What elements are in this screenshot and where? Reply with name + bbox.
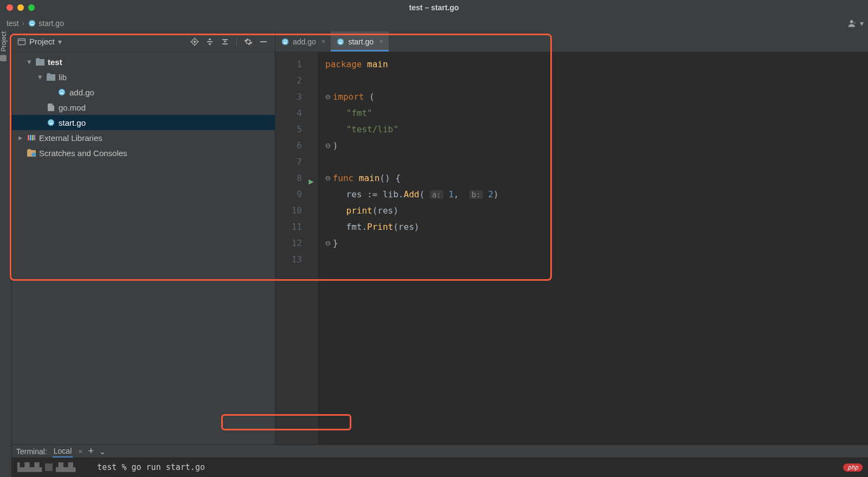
chevron-down-icon: ▾ [27, 57, 33, 67]
fold-end-icon[interactable]: ⊖ [325, 238, 331, 248]
main-area: Project ▾ ▾ test ▾ lib [12, 31, 868, 444]
tree-node-test[interactable]: ▾ test [12, 54, 275, 69]
gutter: 1 2 3 4 5 6 7 8 ▶ 9 10 11 12 13 [275, 52, 318, 444]
svg-rect-18 [260, 41, 267, 42]
project-panel-title: Project [29, 37, 55, 46]
breadcrumb-root[interactable]: test [7, 19, 19, 28]
svg-rect-29 [32, 135, 34, 140]
close-icon[interactable]: × [78, 447, 82, 456]
svg-rect-17 [222, 43, 228, 44]
svg-rect-1 [30, 24, 34, 25]
expand-all-icon[interactable] [204, 36, 216, 48]
svg-point-38 [339, 40, 340, 41]
code-area[interactable]: 1 2 3 4 5 6 7 8 ▶ 9 10 11 12 13 package … [275, 52, 868, 444]
tree-node-gomod[interactable]: go.mod [12, 100, 275, 115]
window-controls [7, 4, 35, 11]
svg-rect-16 [222, 39, 228, 40]
chevron-down-icon[interactable]: ▾ [58, 37, 62, 46]
tree-node-start-go[interactable]: start.go [12, 115, 275, 130]
window-title: test – start.go [409, 3, 459, 12]
breadcrumb-file[interactable]: start.go [28, 19, 64, 28]
svg-point-35 [286, 40, 287, 41]
svg-rect-24 [49, 123, 53, 124]
svg-point-2 [30, 22, 31, 23]
svg-point-39 [341, 40, 342, 41]
svg-point-31 [32, 153, 36, 157]
hide-icon[interactable] [258, 36, 269, 48]
svg-point-23 [48, 119, 54, 126]
tool-window-strip-left[interactable]: Project [0, 31, 12, 477]
editor-tabs: add.go × start.go × [275, 31, 868, 52]
locate-icon[interactable] [189, 36, 201, 48]
svg-point-10 [194, 41, 196, 42]
project-tree[interactable]: ▾ test ▾ lib add.go go.mod [12, 52, 275, 163]
code-text[interactable]: package main ⊖import ( "fmt" "test/lib" … [318, 52, 868, 444]
close-icon[interactable]: × [322, 37, 326, 46]
svg-rect-37 [339, 42, 342, 43]
tab-add-go[interactable]: add.go × [275, 31, 331, 51]
go-file-icon [57, 88, 66, 96]
chevron-down-icon[interactable]: ⌄ [99, 447, 106, 456]
titlebar: test – start.go [0, 0, 868, 15]
zoom-window-icon[interactable] [28, 4, 35, 11]
divider [236, 37, 237, 47]
svg-point-26 [52, 121, 53, 122]
svg-rect-6 [0, 55, 7, 61]
terminal-tab-local[interactable]: Local [53, 446, 73, 457]
scratches-icon [27, 149, 36, 157]
chevron-down-icon[interactable]: ▾ [860, 19, 864, 28]
svg-point-3 [33, 22, 34, 23]
folder-icon [47, 73, 55, 81]
fold-end-icon[interactable]: ⊖ [325, 140, 331, 151]
redacted: ▟▙▟▙ [56, 462, 75, 472]
folder-icon [36, 57, 44, 66]
svg-rect-7 [18, 38, 25, 44]
svg-text:+: + [854, 21, 857, 25]
tree-node-add-go[interactable]: add.go [12, 85, 275, 100]
svg-rect-28 [30, 135, 31, 140]
user-icon[interactable]: + [848, 18, 858, 28]
fold-icon[interactable]: ⊖ [325, 173, 331, 183]
go-file-icon [47, 118, 55, 127]
svg-point-22 [62, 91, 63, 92]
go-file-icon [281, 37, 290, 46]
add-terminal-icon[interactable]: + [88, 446, 94, 457]
collapse-all-icon[interactable] [219, 36, 231, 48]
chevron-down-icon: ▾ [38, 72, 43, 82]
close-window-icon[interactable] [7, 4, 13, 11]
terminal[interactable]: ▙▟▙▟▙ ▟▙▟▙ test % go run start.go php [12, 457, 868, 477]
editor: add.go × start.go × 1 2 3 4 5 6 7 8 ▶ [275, 31, 868, 444]
tab-start-go[interactable]: start.go × [331, 31, 388, 51]
minimize-window-icon[interactable] [17, 4, 24, 11]
project-panel: Project ▾ ▾ test ▾ lib [12, 31, 275, 444]
library-icon [27, 133, 36, 142]
tree-node-scratches[interactable]: Scratches and Consoles [12, 145, 275, 160]
terminal-title: Terminal: [16, 447, 47, 456]
redacted: ▙▟▙▟▙ [17, 462, 42, 472]
project-view-icon [17, 37, 26, 46]
svg-rect-27 [28, 135, 29, 140]
terminal-prompt-project: test [97, 462, 117, 472]
go-file-icon [336, 37, 345, 46]
project-panel-header: Project ▾ [12, 31, 275, 52]
tree-node-external-libraries[interactable]: ▸ External Libraries [12, 130, 275, 145]
svg-rect-15 [207, 41, 213, 42]
terminal-prompt-sep: % [121, 462, 126, 472]
gear-icon[interactable] [242, 36, 254, 48]
terminal-command: go run start.go [132, 462, 205, 472]
close-icon[interactable]: × [379, 37, 383, 46]
fold-icon[interactable]: ⊖ [325, 92, 331, 102]
breadcrumb: test › start.go + ▾ [0, 15, 868, 31]
project-tool-icon [0, 54, 8, 61]
tree-node-lib[interactable]: ▾ lib [12, 69, 275, 85]
svg-point-0 [29, 20, 35, 27]
file-icon [47, 103, 55, 112]
svg-rect-30 [34, 135, 35, 140]
go-file-icon [28, 19, 36, 28]
chevron-right-icon: ▸ [18, 133, 24, 143]
run-icon[interactable]: ▶ [308, 173, 314, 190]
svg-point-32 [282, 38, 288, 45]
terminal-tabbar: Terminal: Local × + ⌄ [12, 444, 868, 457]
svg-point-4 [850, 20, 853, 23]
project-tool-label: Project [0, 31, 8, 51]
